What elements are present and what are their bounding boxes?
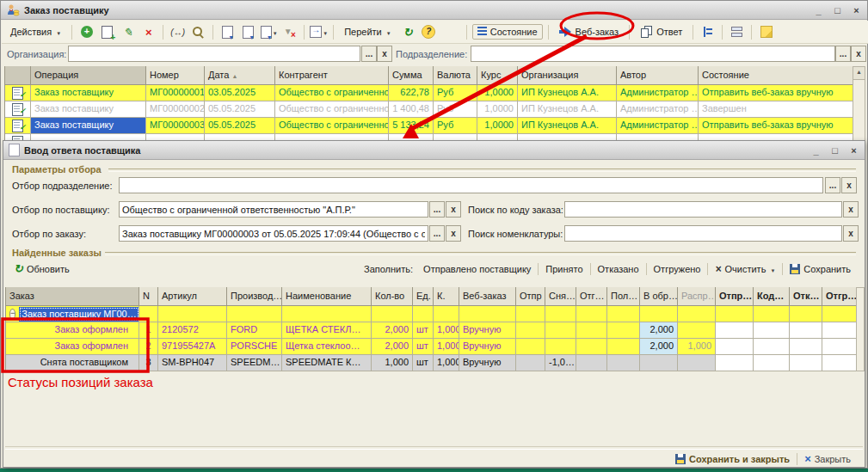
cell-article[interactable]: 971955427A [158,339,227,355]
col-snya[interactable]: Сня… [545,287,576,306]
edit-button[interactable] [119,23,137,40]
cell-author[interactable]: Администратор … [617,118,699,134]
col-kod[interactable]: Код… [754,287,790,306]
shipped-button[interactable]: Отгружено [649,262,706,276]
cell-k[interactable]: 1,000 [434,322,459,339]
table-row[interactable]: Заказ поставщику МГ00000001 03.05.2025 О… [5,85,853,101]
cell-n[interactable]: 3 [139,355,158,371]
table-row-selected[interactable]: Заказ поставщику МГ00000003 05.05.2025 О… [5,118,853,134]
cell-currency[interactable]: Руб [434,118,477,134]
item-row[interactable]: Снята поставщиком 3 SM-BPH047 SPEEDM… SP… [6,355,857,371]
cell-state[interactable]: Отправить веб-заказ вручную [699,85,853,101]
dialog-maximize-button[interactable]: □ [829,143,840,158]
code-search-input[interactable] [564,201,842,218]
item-row[interactable]: Заказ оформлен 1 2120572 FORD ЩЕТКА СТЕК… [6,322,857,339]
supplier-browse-button[interactable]: ... [429,201,445,218]
cell-number[interactable]: МГ00000001 [146,85,205,101]
dept-browse-button[interactable]: ... [835,46,851,62]
cell-currency[interactable]: Руб [434,85,477,101]
answer-button[interactable]: Ответ [635,23,687,40]
col-order[interactable]: Заказ [6,287,139,306]
add-button[interactable] [77,23,95,40]
nomen-search-input[interactable] [564,225,842,242]
group-row-order[interactable]: Заказ поставщику МГ00… [6,306,139,322]
order-clear-button[interactable]: x [446,225,461,242]
collapse-icon[interactable] [9,309,15,320]
code-search-clear-button[interactable]: x [843,201,859,218]
supplier-select-input[interactable] [119,201,428,218]
col-otpr[interactable]: Отпр [516,287,545,306]
save-close-button[interactable]: Сохранить и закрыть [670,452,795,466]
cell-operation[interactable]: Заказ поставщику [31,101,146,118]
cell-unit[interactable]: шт [413,339,434,355]
cell-k[interactable]: 1,000 [434,339,459,355]
cell-amount[interactable]: 1 400,48 [389,101,434,118]
help-button[interactable] [420,23,438,40]
col-raspr[interactable]: Распр… [678,287,716,306]
cell-name[interactable]: Щетка стеклоо… [282,339,372,355]
filter-by-value-button[interactable] [239,23,257,40]
org-browse-button[interactable]: ... [361,46,377,62]
item-row[interactable]: Заказ оформлен 2 971955427A PORSCHE Щетк… [6,339,857,355]
dept-select-clear-button[interactable]: x [841,177,857,193]
cell-operation[interactable]: Заказ поставщику [31,85,146,101]
cell-vobr[interactable]: 2,000 [640,339,678,355]
cell-n[interactable]: 2 [139,339,158,355]
order-browse-button[interactable]: ... [429,225,445,242]
cell-weborder[interactable]: Вручную [459,355,516,371]
cell-name[interactable]: ЩЕТКА СТЕКЛ… [282,322,372,339]
actions-menu-button[interactable]: Действия [5,24,66,40]
table-row[interactable]: Заказ поставщику МГ00000002 05.05.2025 О… [5,101,853,118]
cell-author[interactable]: Администратор … [617,101,699,118]
clear-statuses-button[interactable]: Очистить [710,261,780,277]
col-author[interactable]: Автор [617,66,699,85]
col-article[interactable]: Артикул [158,287,227,306]
cell-snya[interactable] [545,322,576,339]
cell-manufacturer[interactable]: SPEEDM… [227,355,282,371]
cell-amount[interactable]: 622,78 [389,85,434,101]
tree-view-button[interactable] [699,23,717,40]
col-currency[interactable]: Валюта [434,66,477,85]
close-dialog-button[interactable]: Закрыть [799,451,856,467]
group-row-label[interactable]: Заказ поставщику МГ00… [19,307,139,322]
col-icon[interactable] [5,66,31,85]
cell-number[interactable]: МГ00000003 [146,118,205,134]
nomen-search-clear-button[interactable]: x [843,225,859,242]
org-filter-input[interactable] [68,46,360,62]
dept-clear-button[interactable]: x [851,46,866,62]
cell-contractor[interactable]: Общество с ограниченно… [275,85,389,101]
cell-rate[interactable]: 1,0000 [477,101,518,118]
cell-status[interactable]: Снята поставщиком [6,355,139,371]
note-button[interactable] [757,23,775,40]
scroll-up-icon[interactable]: ▲ [853,67,865,80]
col-rate[interactable]: Курс [477,66,518,85]
filter-settings-button[interactable] [219,23,237,40]
col-operation[interactable]: Операция [31,66,146,85]
minimize-button[interactable]: _ [813,3,824,18]
cell-qty[interactable]: 2,000 [372,339,413,355]
save-button[interactable]: Сохранить [785,262,856,276]
refresh-orders-button[interactable]: Обновить [9,261,75,276]
col-vobr[interactable]: В обр… [640,287,678,306]
dept-filter-input[interactable] [471,46,835,62]
cell-vobr[interactable]: 2,000 [640,322,678,339]
export-button[interactable] [310,23,328,40]
cell-manufacturer[interactable]: FORD [227,322,282,339]
rows-view-button[interactable] [728,23,746,40]
search-button[interactable] [189,23,207,40]
cell-number[interactable]: МГ00000002 [146,101,205,118]
col-pol[interactable]: Пол… [607,287,640,306]
cell-snya[interactable] [545,339,576,355]
cell-rate[interactable]: 1,0000 [477,118,518,134]
col-otgr2[interactable]: Отгр… [822,287,857,306]
cell-article[interactable]: SM-BPH047 [158,355,227,371]
col-n[interactable]: N [139,287,158,306]
found-orders-scrollbar[interactable] [856,287,865,371]
col-manufacturer[interactable]: Производ… [227,287,282,306]
cell-weborder[interactable]: Вручную [459,322,516,339]
col-amount[interactable]: Сумма [389,66,434,85]
accepted-button[interactable]: Принято [540,262,588,276]
cell-qty[interactable]: 2,000 [372,322,413,339]
col-number[interactable]: Номер [146,66,205,85]
close-button[interactable]: × [851,3,862,18]
